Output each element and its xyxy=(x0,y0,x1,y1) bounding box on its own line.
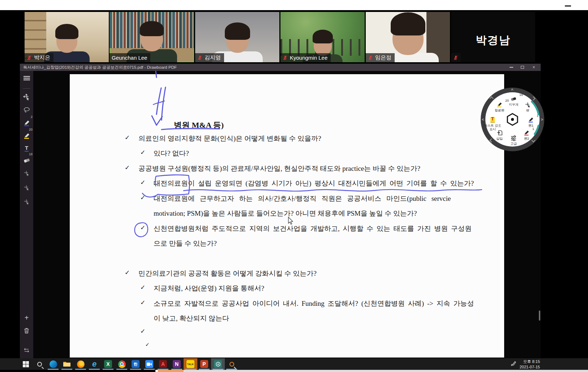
add-page-button[interactable]: + xyxy=(20,312,33,324)
menu-hamburger-icon[interactable] xyxy=(20,72,33,84)
taskbar-app-excel[interactable]: X xyxy=(101,358,115,370)
pen-tool-icon[interactable]: 2 xyxy=(20,117,33,129)
taskbar-app-edge[interactable] xyxy=(46,358,60,370)
participant-name: Kyoungmin Lee xyxy=(290,55,327,61)
window-close-button[interactable]: × xyxy=(528,64,539,71)
pdf-window-title: 독서세미나_김창엽(2019)건강의 공공성과 공공보건의료0715.pdf -… xyxy=(23,65,177,69)
taskbar-app-hancom[interactable]: 한 xyxy=(129,358,142,370)
pdf-page[interactable] xyxy=(70,74,504,358)
pan-tool-4-icon[interactable] xyxy=(20,196,33,207)
video-strip: 박지은 Geunchan Lee 김지영 Kyoungm xyxy=(0,10,588,64)
pdf-titlebar[interactable]: 독서세미나_김창엽(2019)건강의 공공성과 공공보건의료0715.pdf -… xyxy=(20,64,541,71)
minimize-icon[interactable] xyxy=(565,5,571,7)
participant-name-label xyxy=(451,53,460,62)
participant-name-label: Geunchan Lee xyxy=(110,53,150,62)
taskbar-app-drawboard[interactable] xyxy=(211,358,225,370)
participant-tile[interactable]: 임은정 xyxy=(366,12,450,62)
participant-tile[interactable]: Kyoungmin Lee xyxy=(280,12,365,62)
participant-name-label: 임은정 xyxy=(366,53,395,62)
taskbar-clock[interactable]: 오후 8:15 2021-07-15 xyxy=(520,358,540,370)
windows-taskbar: e X 한 A N TALK P 오후 8:15 2021-07-15 xyxy=(0,358,588,370)
scrollbar-thumb[interactable] xyxy=(539,310,540,321)
pan-select-tool-icon[interactable] xyxy=(20,91,33,103)
participant-name-label: 박지은 xyxy=(25,53,53,62)
magnifier-orange-icon xyxy=(229,362,234,367)
taskbar-app-powerpoint[interactable]: P xyxy=(197,358,211,370)
participant-name: 박지은 xyxy=(34,54,50,61)
taskbar-app-zoom[interactable] xyxy=(142,358,156,370)
kakaotalk-icon: TALK xyxy=(186,360,194,368)
file-explorer-icon xyxy=(63,361,71,367)
muted-mic-icon xyxy=(368,55,373,60)
taskbar-app-chrome[interactable] xyxy=(115,358,129,370)
background-window-sliver xyxy=(158,370,184,372)
participant-tile[interactable]: Geunchan Lee xyxy=(110,12,194,62)
onenote-icon: N xyxy=(173,360,181,368)
window-maximize-button[interactable] xyxy=(517,64,528,71)
hancom-icon: 한 xyxy=(132,360,140,368)
windows-logo-icon xyxy=(23,361,29,367)
chrome-icon xyxy=(118,360,126,368)
participant-name-label: Kyoungmin Lee xyxy=(280,53,331,62)
radial-tool-wheel[interactable]: ^ < > 20 형광펜 18 지우개 팬 T 텍스트 강조 표시 1 펜1 1 xyxy=(481,88,544,151)
text-highlight-icon: T xyxy=(484,117,502,123)
eraser-count-badge: 18 xyxy=(29,152,33,156)
undo-swap-icon[interactable] xyxy=(20,344,33,356)
drawboard-icon xyxy=(214,360,222,368)
taskbar-app-kakaotalk[interactable]: TALK xyxy=(184,358,197,370)
taskbar-search-button[interactable] xyxy=(33,358,46,370)
trash-icon[interactable] xyxy=(20,325,33,337)
participant-name: 임은정 xyxy=(375,54,391,61)
advanced-sliders-icon xyxy=(503,135,524,141)
pan-tool-3-icon[interactable] xyxy=(20,182,33,193)
muted-mic-icon xyxy=(283,55,288,60)
taskbar-app-firefox[interactable] xyxy=(74,358,87,370)
drawboard-hexagon-icon[interactable] xyxy=(505,112,520,127)
pen-count-badge: 2 xyxy=(31,115,33,119)
search-icon xyxy=(37,362,42,367)
muted-mic-icon xyxy=(197,55,202,60)
pan-tool-2-icon[interactable] xyxy=(20,167,33,179)
edge-icon xyxy=(50,360,57,368)
highlighter-tool-icon[interactable]: 20 xyxy=(20,130,33,141)
start-button[interactable] xyxy=(19,358,33,370)
highlighter-count-badge: 20 xyxy=(29,128,33,131)
wheel-item-pen1[interactable]: 1 펜1 xyxy=(523,117,539,127)
participant-name: Geunchan Lee xyxy=(112,55,147,61)
zoom-camera-icon xyxy=(145,360,153,368)
clock-date: 2021-07-15 xyxy=(520,364,540,370)
participant-name: 김지영 xyxy=(205,54,221,61)
drawboard-pdf-window: 독서세미나_김창엽(2019)건강의 공공성과 공공보건의료0715.pdf -… xyxy=(20,64,541,358)
participant-name-label: 김지영 xyxy=(195,53,224,62)
powerpoint-icon: P xyxy=(200,360,208,368)
wheel-item-text-highlight[interactable]: T 텍스트 강조 표시 xyxy=(484,117,502,131)
pan-icon xyxy=(518,101,538,108)
muted-mic-icon xyxy=(453,55,458,60)
wheel-item-pan[interactable]: 팬 xyxy=(518,101,538,112)
taskbar-app-acrobat[interactable]: A xyxy=(156,358,170,370)
background-window-sliver xyxy=(155,370,158,372)
lasso-tool-icon[interactable] xyxy=(20,104,33,116)
pdf-toolbar-sidebar: 2 20 T 18 + xyxy=(20,71,33,358)
excel-icon: X xyxy=(104,360,112,368)
os-top-strip xyxy=(0,0,588,10)
clock-time: 오후 8:15 xyxy=(520,359,540,364)
taskbar-app-file-explorer[interactable] xyxy=(60,358,74,370)
participant-tile-video-off[interactable]: 박경남 xyxy=(451,12,535,62)
taskbar-app-internet-explorer[interactable]: e xyxy=(87,358,101,370)
participant-tile[interactable]: 김지영 xyxy=(195,12,279,62)
wheel-item-advanced[interactable]: 고급 xyxy=(503,135,524,145)
ie-icon: e xyxy=(92,359,96,369)
muted-mic-icon xyxy=(27,55,32,60)
firefox-icon xyxy=(77,360,85,368)
eraser-tool-icon[interactable]: 18 xyxy=(20,155,33,166)
acrobat-icon: A xyxy=(159,360,167,368)
taskbar-app-onenote[interactable]: N xyxy=(170,358,184,370)
participant-tile[interactable]: 박지은 xyxy=(25,12,109,62)
taskbar-app-magnifier[interactable] xyxy=(225,358,239,370)
participant-name: 박경남 xyxy=(451,33,535,48)
windows-ink-pen-icon[interactable] xyxy=(511,361,516,368)
bottom-edge-strip xyxy=(0,370,588,372)
background-window-sliver xyxy=(184,370,588,372)
window-minimize-button[interactable] xyxy=(506,64,517,71)
